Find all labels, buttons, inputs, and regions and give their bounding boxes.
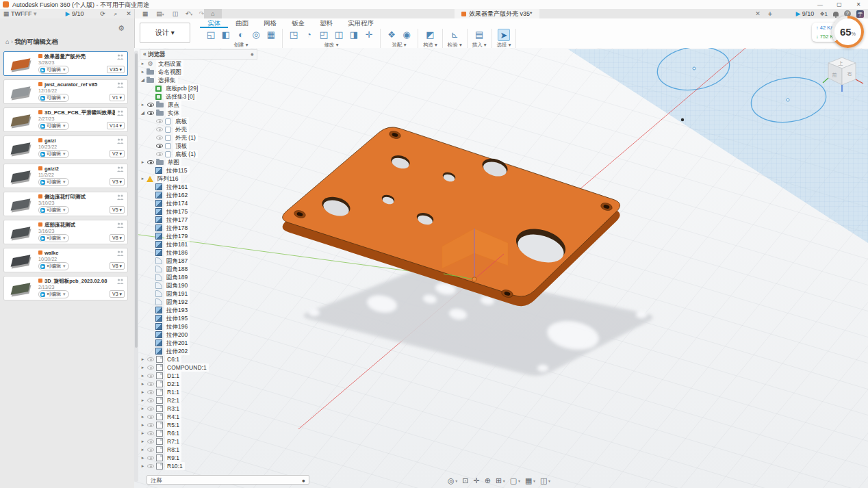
visibility-eye-icon[interactable] bbox=[147, 439, 154, 444]
fit-icon[interactable]: ⊞ ▾ bbox=[496, 475, 505, 487]
data-panel-settings-gear-icon[interactable]: ⚙ bbox=[118, 24, 125, 33]
browser-row-label[interactable]: 草图 bbox=[166, 158, 181, 166]
edit-status-badge[interactable]: ▶可编辑▾ bbox=[38, 66, 69, 74]
visibility-eye-icon[interactable] bbox=[147, 365, 154, 370]
browser-row-label[interactable]: R2:1 bbox=[165, 396, 181, 404]
extensions-icon[interactable]: ❖1 bbox=[819, 11, 828, 17]
browser-row[interactable]: ▸⚙文档设置 bbox=[140, 60, 257, 68]
origin-point[interactable] bbox=[472, 277, 476, 281]
look-at-icon[interactable]: ⊡ bbox=[462, 475, 468, 486]
browser-row-label[interactable]: C6:1 bbox=[165, 355, 181, 363]
ribbon-tab-实体[interactable]: 实体 bbox=[200, 18, 228, 28]
project-card[interactable]: 3D_PCB_PCB_平滑啸叫效果器_2022.102/27/23▶可编辑▾V1… bbox=[3, 107, 128, 132]
browser-row[interactable]: 选择集3 [0] bbox=[140, 92, 257, 101]
visibility-eye-icon[interactable] bbox=[147, 374, 154, 378]
version-selector[interactable]: V1 ▾ bbox=[110, 94, 125, 101]
browser-row-label[interactable]: 阵列116 bbox=[155, 175, 181, 183]
browser-row-label[interactable]: 拉伸178 bbox=[164, 224, 190, 232]
ribbon-tab-网格[interactable]: 网格 bbox=[256, 18, 284, 28]
browser-row[interactable]: ▸R2:1 bbox=[140, 396, 257, 404]
browser-row-label[interactable]: R1:1 bbox=[165, 388, 181, 396]
maximize-button[interactable]: ▢ bbox=[830, 0, 849, 9]
browser-row[interactable]: ▸命名视图 bbox=[140, 68, 257, 76]
visibility-eye-icon[interactable] bbox=[156, 119, 163, 123]
home-tab[interactable]: ⌂ bbox=[204, 9, 222, 18]
browser-row[interactable]: 顶板 bbox=[140, 142, 257, 150]
ribbon-tab-钣金[interactable]: 钣金 bbox=[284, 18, 312, 28]
measure-icon[interactable]: ⊾ bbox=[448, 29, 461, 41]
edit-status-badge[interactable]: ▶可编辑▾ bbox=[38, 122, 69, 130]
shell-icon[interactable]: ◰ bbox=[318, 29, 330, 41]
expand-arrow-icon[interactable]: ▸ bbox=[140, 437, 146, 446]
browser-row-label[interactable]: 选择集3 [0] bbox=[164, 92, 196, 101]
press-pull-icon[interactable]: ◳ bbox=[288, 29, 300, 41]
browser-row-label[interactable]: D1:1 bbox=[165, 372, 181, 380]
split-icon[interactable]: ◨ bbox=[348, 29, 360, 41]
edit-status-badge[interactable]: ▶可编辑▾ bbox=[38, 290, 69, 298]
expand-arrow-icon[interactable]: ▸ bbox=[140, 101, 146, 109]
browser-row-label[interactable]: 圆角187 bbox=[164, 257, 190, 265]
comments-handle-icon[interactable]: ● bbox=[302, 476, 305, 485]
expand-arrow-icon[interactable]: ▸ bbox=[140, 380, 146, 388]
browser-row-label[interactable]: 拉伸174 bbox=[164, 199, 190, 207]
ribbon-tab-实用程序[interactable]: 实用程序 bbox=[340, 18, 381, 28]
browser-row[interactable]: 拉伸162 bbox=[140, 191, 257, 199]
browser-row[interactable]: ◢选择集 bbox=[140, 76, 257, 84]
browser-row[interactable]: 拉伸174 bbox=[140, 199, 257, 207]
browser-row-label[interactable]: 外壳 bbox=[173, 125, 189, 133]
browser-row-label[interactable]: 底板 (1) bbox=[173, 150, 198, 158]
notifications-bell-icon[interactable] bbox=[833, 12, 839, 16]
browser-row-label[interactable]: 拉伸175 bbox=[164, 207, 190, 216]
browser-drag-handle[interactable]: ● bbox=[251, 50, 254, 59]
browser-row-label[interactable]: 拉伸196 bbox=[164, 322, 190, 331]
visibility-eye-icon[interactable] bbox=[147, 407, 154, 411]
create-sketch-icon[interactable]: ◱ bbox=[205, 29, 217, 41]
viewports-icon[interactable]: ◫ ▾ bbox=[540, 475, 550, 487]
browser-row[interactable]: ▸D2:1 bbox=[140, 380, 257, 388]
browser-row-label[interactable]: 拉伸177 bbox=[164, 216, 190, 224]
visibility-eye-icon[interactable] bbox=[156, 127, 163, 131]
visibility-eye-icon[interactable] bbox=[147, 357, 154, 361]
edit-status-badge[interactable]: ▶可编辑▾ bbox=[38, 94, 69, 102]
visibility-eye-icon[interactable] bbox=[156, 136, 163, 140]
browser-row[interactable]: ▸R9:1 bbox=[140, 454, 257, 462]
progress-ring-overlay[interactable]: 65% bbox=[832, 16, 864, 48]
browser-row-label[interactable]: 选择集 bbox=[156, 76, 178, 84]
display-settings-icon[interactable]: ▢ ▾ bbox=[510, 475, 520, 487]
visibility-eye-icon[interactable] bbox=[147, 398, 154, 402]
pan-icon[interactable]: ✛ bbox=[474, 475, 480, 486]
version-selector[interactable]: V3 ▾ bbox=[110, 178, 125, 185]
browser-row[interactable]: 圆角191 bbox=[140, 290, 257, 298]
expand-arrow-icon[interactable]: ▸ bbox=[140, 454, 146, 462]
expand-arrow-icon[interactable]: ▸ bbox=[140, 421, 146, 429]
browser-row[interactable]: 圆角188 bbox=[140, 265, 257, 273]
browser-row[interactable]: ▸D1:1 bbox=[140, 372, 257, 380]
breadcrumb[interactable]: ⌂ › 我的可编辑文档 bbox=[5, 38, 58, 47]
expand-arrow-icon[interactable]: ▸ bbox=[140, 388, 146, 396]
browser-row-label[interactable]: 外壳 (1) bbox=[173, 133, 198, 142]
version-selector[interactable]: V14 ▾ bbox=[107, 122, 125, 129]
job-status[interactable]: ▶ 9/10 bbox=[63, 9, 86, 18]
browser-row-label[interactable]: 拉伸115 bbox=[164, 166, 190, 175]
expand-arrow-icon[interactable]: ▸ bbox=[140, 462, 146, 470]
construct-plane-icon[interactable]: ◩ bbox=[424, 29, 436, 41]
close-data-panel-icon[interactable]: ✕ bbox=[125, 9, 133, 18]
expand-arrow-icon[interactable]: ▸ bbox=[140, 363, 146, 372]
browser-row[interactable]: ▸COMPOUND:1 bbox=[140, 363, 257, 372]
browser-row-label[interactable]: 拉伸200 bbox=[164, 331, 190, 339]
expand-arrow-icon[interactable]: ▸ bbox=[140, 446, 146, 454]
edit-status-badge[interactable]: ▶可编辑▾ bbox=[38, 206, 69, 214]
browser-row-label[interactable]: 实体 bbox=[166, 109, 181, 117]
browser-row[interactable]: 圆角189 bbox=[140, 273, 257, 281]
fillet-icon[interactable]: ◔ bbox=[303, 29, 315, 41]
close-document-tab-icon[interactable]: ✕ bbox=[753, 9, 763, 18]
project-card[interactable]: 效果器量产版外壳3/28/23▶可编辑▾V35 ▾ bbox=[3, 51, 128, 76]
revolve-icon[interactable]: ◐ bbox=[235, 29, 247, 41]
browser-row[interactable]: ▸R5:1 bbox=[140, 421, 257, 429]
visibility-eye-icon[interactable] bbox=[147, 464, 154, 468]
browser-row-label[interactable]: 圆角191 bbox=[164, 290, 190, 298]
data-panel-toggle-icon[interactable]: ▦ bbox=[2, 9, 10, 18]
browser-row-label[interactable]: 命名视图 bbox=[156, 68, 183, 76]
expand-arrow-icon[interactable]: ◢ bbox=[140, 76, 146, 84]
browser-row-label[interactable]: COMPOUND:1 bbox=[165, 363, 209, 372]
